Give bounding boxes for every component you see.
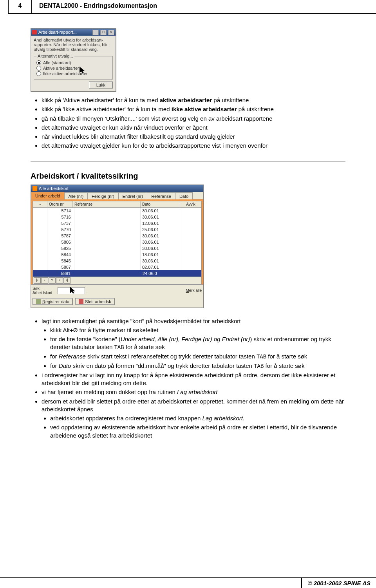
radio-alle[interactable]: Alle (standard) (36, 60, 110, 65)
radio-label: Alle (standard) (43, 60, 71, 65)
tab-referanse[interactable]: Referanse (147, 192, 175, 199)
minimize-icon[interactable]: _ (92, 30, 99, 35)
tab-alle-nr[interactable]: Alle (nr) (64, 192, 88, 199)
nav-last-icon[interactable]: ›| (63, 277, 70, 284)
nav-next-icon[interactable]: › (56, 277, 63, 284)
nav-first-icon[interactable]: |‹ (34, 277, 41, 284)
col-select: → (33, 201, 47, 207)
delete-icon (79, 299, 83, 304)
tab-bar: Under arbeid Alle (nr) Ferdige (nr) Endr… (31, 192, 203, 199)
col-referanse[interactable]: Referanse (73, 201, 141, 207)
search-label: Søk: Arbeidskort (33, 286, 55, 295)
bullet-list-2: lagt inn søkemulighet på samtlige "kort"… (34, 317, 345, 440)
radio-icon (36, 71, 41, 76)
list-item: klikk Alt+Ø for å flytte markør til søke… (50, 326, 345, 334)
close-button[interactable]: Lukk (89, 81, 113, 89)
list-item: dersom et arbeid blir slettet på ordre e… (42, 398, 345, 440)
list-item: vi har fjernet en melding som dukket opp… (42, 388, 345, 396)
window-alle-arbeidskort: Alle arbeidskort Under arbeid Alle (nr) … (31, 185, 204, 308)
section-divider (31, 161, 345, 161)
table-row[interactable]: 588702.07.01 (33, 264, 201, 270)
table-row[interactable]: 584418.06.01 (33, 251, 201, 258)
radio-icon (36, 60, 41, 65)
list-item: det alternative utvalget er kun aktiv nå… (42, 124, 345, 132)
list-item: arbeidskortet oppdateres fra ordreregist… (50, 414, 345, 422)
fieldset-legend: Alternativt utvalg... (36, 54, 74, 58)
register-button[interactable]: Registrer data (33, 298, 73, 305)
radio-label: Ikke aktive arbeidsarter (43, 71, 88, 76)
mark-all-label[interactable]: Merk alle (186, 288, 202, 293)
list-item: når vinduet lukkes blir alternativt filt… (42, 133, 345, 141)
nav-help-icon[interactable]: ? (49, 277, 56, 284)
tab-ferdige-nr[interactable]: Ferdige (nr) (87, 192, 118, 199)
record-navigator: |‹ ‹ ? › ›| (33, 277, 202, 284)
page-title: DENTAL2000 - Endringsdokumentasjon (32, 0, 376, 13)
tab-endret-nr[interactable]: Endret (nr) (118, 192, 148, 199)
close-icon[interactable]: × (108, 30, 114, 35)
delete-button[interactable]: Slett arbeidsk (75, 298, 115, 305)
table-row[interactable]: 577025.06.01 (33, 226, 201, 233)
list-item: gå nå tilbake til menyen 'Utskrifter....… (42, 115, 345, 123)
window-titlebar[interactable]: Alle arbeidskort (31, 185, 203, 192)
col-avvik[interactable]: Avvik (180, 201, 201, 207)
radio-ikke-aktive[interactable]: Ikke aktive arbeidsarter (36, 71, 110, 76)
footer-copyright: © 2001-2002 SPINE AS (301, 578, 376, 588)
table-row[interactable]: 584530.06.01 (33, 258, 201, 264)
app-icon (32, 30, 37, 34)
table-body: 571430.06.01571630.06.01573712.06.015770… (33, 208, 202, 277)
dialog-titlebar[interactable]: Arbeidsart-rapport... _ □ × (31, 29, 116, 36)
app-icon (33, 186, 37, 191)
dialog-arbeidsart-rapport: Arbeidsart-rapport... _ □ × Angi alterna… (31, 28, 116, 92)
dialog-title: Arbeidsart-rapport... (38, 30, 92, 34)
list-item: i ordreregister har vi lagt inn ny knapp… (42, 371, 345, 387)
table-row[interactable]: 571430.06.01 (33, 208, 201, 214)
list-item: det alternative utvalget gjelder kun for… (42, 142, 345, 150)
nav-prev-icon[interactable]: ‹ (41, 277, 48, 284)
list-item: lagt inn søkemulighet på samtlige "kort"… (42, 317, 345, 370)
radio-icon (36, 66, 41, 71)
radio-label: Aktive arbeidsarter (43, 66, 79, 71)
list-item: ved oppdatering av eksisterende arbeidsk… (50, 423, 345, 440)
list-item: for Dato skriv en dato på formen "dd.mm.… (50, 362, 345, 370)
tab-under-arbeid[interactable]: Under arbeid (31, 192, 65, 199)
maximize-icon[interactable]: □ (100, 30, 107, 35)
list-item: klikk på 'Aktive arbeidsarter' for å kun… (42, 96, 345, 104)
table-row[interactable]: 571630.06.01 (33, 214, 201, 220)
table-row[interactable]: 578730.06.01 (33, 233, 201, 239)
table-row[interactable]: 589124.06.0 (33, 270, 201, 277)
radio-aktive[interactable]: Aktive arbeidsarter (36, 66, 110, 71)
col-ordre[interactable]: Ordre nr (47, 201, 73, 207)
list-item: for de fire første "kortene" (Under arbe… (50, 335, 345, 351)
list-item: for Referanse skriv start tekst i refera… (50, 353, 345, 361)
list-item: klikk på 'Ikke aktive arbeidsarter' for … (42, 105, 345, 113)
section-heading: Arbeidskort / kvalitetssikring (31, 172, 345, 181)
table-row[interactable]: 573712.06.01 (33, 220, 201, 226)
dialog-help-text: Angi alternativt utvalg for arbeidsart-r… (34, 38, 113, 52)
tab-dato[interactable]: Dato (175, 192, 193, 199)
register-icon (36, 299, 41, 304)
table-header: → Ordre nr Referanse Dato Avvik (33, 201, 202, 208)
bullet-list-1: klikk på 'Aktive arbeidsarter' for å kun… (34, 96, 345, 150)
window-title: Alle arbeidskort (39, 186, 69, 191)
col-dato[interactable]: Dato (141, 201, 180, 207)
table-row[interactable]: 580630.06.01 (33, 239, 201, 245)
page-number: 4 (8, 0, 32, 13)
table-row[interactable]: 582530.06.01 (33, 245, 201, 251)
